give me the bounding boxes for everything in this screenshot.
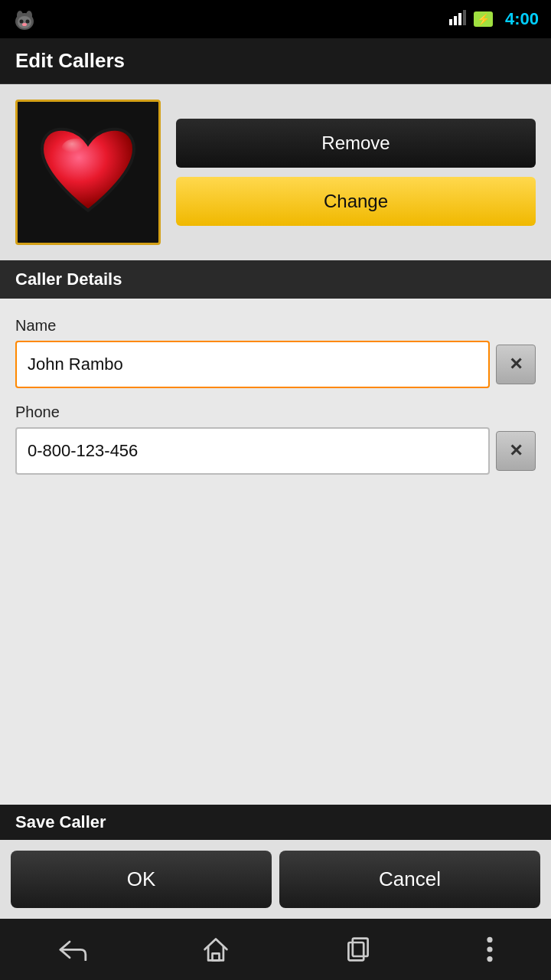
ok-button[interactable]: OK: [11, 851, 272, 908]
svg-point-16: [487, 946, 493, 952]
svg-point-6: [22, 23, 27, 26]
back-button[interactable]: [57, 938, 88, 961]
phone-input[interactable]: [15, 427, 490, 475]
caller-details-header: Caller Details: [0, 260, 551, 299]
svg-point-5: [26, 20, 30, 24]
action-buttons-group: Remove Change: [176, 119, 536, 226]
svg-rect-14: [353, 939, 368, 956]
svg-rect-9: [458, 13, 461, 25]
phone-label: Phone: [15, 403, 536, 421]
save-caller-title: Save Caller: [15, 812, 106, 831]
more-options-button[interactable]: [486, 936, 494, 963]
phone-clear-button[interactable]: ✕: [496, 431, 536, 471]
clock: 4:00: [505, 9, 539, 29]
change-button[interactable]: Change: [176, 177, 536, 226]
svg-rect-7: [449, 19, 452, 25]
svg-rect-8: [454, 16, 457, 25]
cancel-button[interactable]: Cancel: [279, 851, 540, 908]
phone-input-row: ✕: [15, 427, 536, 475]
name-field-group: Name ✕: [15, 317, 536, 388]
phone-field-group: Phone ✕: [15, 403, 536, 475]
remove-button[interactable]: Remove: [176, 119, 536, 168]
app-icon: [12, 8, 37, 32]
name-clear-button[interactable]: ✕: [496, 345, 536, 384]
ok-cancel-row: OK Cancel: [0, 840, 551, 919]
avatar-image[interactable]: [15, 100, 161, 245]
name-input-row: ✕: [15, 341, 536, 388]
name-label: Name: [15, 317, 536, 335]
battery-icon: ⚡: [474, 11, 493, 27]
save-caller-bar: Save Caller: [0, 805, 551, 840]
signal-icon: [449, 10, 468, 29]
svg-point-4: [20, 20, 24, 24]
title-bar: Edit Callers: [0, 38, 551, 84]
home-button[interactable]: [202, 936, 230, 963]
image-buttons-section: Remove Change: [0, 84, 551, 260]
svg-rect-13: [348, 942, 364, 960]
status-bar: ⚡ 4:00: [0, 0, 551, 38]
name-input[interactable]: [15, 341, 490, 388]
caller-details-title: Caller Details: [15, 270, 536, 289]
svg-point-15: [487, 937, 493, 942]
svg-rect-10: [463, 10, 466, 25]
form-area: Name ✕ Phone ✕: [0, 299, 551, 805]
svg-rect-12: [213, 953, 220, 960]
svg-point-17: [487, 956, 493, 962]
page-title: Edit Callers: [15, 49, 125, 73]
nav-bar: [0, 919, 551, 980]
recents-button[interactable]: [344, 936, 372, 963]
svg-point-3: [18, 16, 31, 28]
